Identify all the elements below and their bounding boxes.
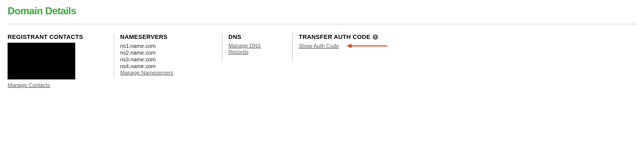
registrant-section: REGISTRANT CONTACTS Manage Contacts bbox=[8, 34, 114, 88]
nameserver-item: ns4.name.com bbox=[120, 63, 211, 70]
callout-arrow-icon bbox=[347, 43, 387, 49]
details-columns: REGISTRANT CONTACTS Manage Contacts NAME… bbox=[8, 34, 636, 88]
dns-label: DNS bbox=[228, 34, 281, 41]
nameserver-item: ns3.name.com bbox=[120, 56, 211, 63]
nameserver-item: ns2.name.com bbox=[120, 49, 211, 56]
auth-row: Show Auth Code bbox=[299, 43, 626, 49]
transfer-auth-label-text: TRANSFER AUTH CODE bbox=[299, 34, 370, 41]
nameservers-label: NAMESERVERS bbox=[120, 34, 211, 41]
manage-nameservers-link[interactable]: Manage Nameservers bbox=[120, 70, 173, 76]
registrant-redacted-block bbox=[8, 43, 75, 79]
divider bbox=[8, 24, 636, 24]
page-title: Domain Details bbox=[8, 5, 636, 17]
help-icon[interactable]: ? bbox=[373, 34, 378, 40]
nameservers-section: NAMESERVERS ns1.name.com ns2.name.com ns… bbox=[114, 34, 222, 76]
registrant-label: REGISTRANT CONTACTS bbox=[8, 34, 103, 41]
transfer-auth-label: TRANSFER AUTH CODE ? bbox=[299, 34, 626, 41]
dns-section: DNS Manage DNS Records bbox=[222, 34, 292, 61]
manage-dns-link[interactable]: Manage DNS Records bbox=[228, 43, 281, 55]
nameserver-item: ns1.name.com bbox=[120, 43, 211, 49]
svg-marker-1 bbox=[347, 44, 351, 48]
manage-contacts-link[interactable]: Manage Contacts bbox=[8, 82, 50, 88]
show-auth-code-link[interactable]: Show Auth Code bbox=[299, 43, 339, 49]
transfer-auth-section: TRANSFER AUTH CODE ? Show Auth Code bbox=[292, 34, 636, 61]
